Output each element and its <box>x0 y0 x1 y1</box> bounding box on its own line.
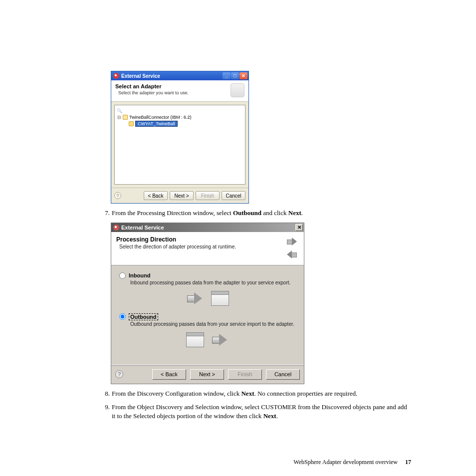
step-number: 7. <box>100 209 112 218</box>
tree-parent-row[interactable]: ⊟ TwineBallConnector (IBM : 6.2) <box>117 114 243 120</box>
cancel-button[interactable]: Cancel <box>266 369 300 380</box>
tree-selected-label: CWYAT_TwineBall <box>135 121 178 127</box>
footer-section: WebSphere Adapter development overview <box>293 459 398 466</box>
wizard-footer: ? < Back Next > Finish Cancel <box>111 365 304 384</box>
minimize-button[interactable]: _ <box>223 72 231 79</box>
help-button[interactable]: ? <box>114 192 121 199</box>
window-icon <box>211 291 229 306</box>
app-icon <box>113 73 119 79</box>
adapter-icon <box>129 121 134 126</box>
step-text: From the Processing Direction window, se… <box>112 209 411 218</box>
inbound-radio-row[interactable]: Inbound <box>119 272 296 279</box>
arrow-icon <box>285 236 299 247</box>
titlebar[interactable]: External Service ✕ <box>111 223 304 232</box>
wizard-subtitle: Select the direction of adapter processi… <box>119 244 236 249</box>
connector-icon <box>123 115 128 120</box>
step-text: From the Discovery Configuration window,… <box>112 389 411 398</box>
tree-parent-label: TwineBallConnector (IBM : 6.2) <box>129 115 192 120</box>
adapter-tree[interactable]: 🔍 ⊟ TwineBallConnector (IBM : 6.2) CWYAT… <box>114 105 245 185</box>
help-button[interactable]: ? <box>115 370 123 378</box>
wizard-footer: ? < Back Next > Finish Cancel <box>111 188 248 203</box>
wizard-icon <box>231 83 244 97</box>
page-footer: WebSphere Adapter development overview 1… <box>293 459 411 466</box>
page-number: 17 <box>405 459 411 466</box>
finish-button: Finish <box>228 369 262 380</box>
wizard-subtitle: Select the adapter you want to use. <box>118 90 231 95</box>
outbound-illustration <box>119 332 296 348</box>
window-title: External Service <box>121 225 164 231</box>
cancel-button[interactable]: Cancel <box>222 191 245 200</box>
arrow-icon <box>285 249 299 260</box>
arrow-icon <box>186 290 204 306</box>
header-icons <box>285 236 299 260</box>
processing-direction-dialog: External Service ✕ Processing Direction … <box>111 223 304 384</box>
next-button[interactable]: Next > <box>170 191 194 200</box>
wizard-title: Select an Adapter <box>115 83 231 89</box>
outbound-option: Outbound Outbound processing passes data… <box>119 313 296 348</box>
wizard-header: Processing Direction Select the directio… <box>111 232 304 265</box>
next-button[interactable]: Next > <box>190 369 224 380</box>
arrow-icon <box>211 332 229 348</box>
wizard-title: Processing Direction <box>116 236 236 243</box>
step-number: 8. <box>100 389 112 398</box>
tree-child-row[interactable]: CWYAT_TwineBall <box>117 120 243 127</box>
inbound-desc: Inbound processing passes data from the … <box>130 280 296 285</box>
inbound-radio[interactable] <box>119 272 126 279</box>
outbound-desc: Outbound processing passes data from you… <box>130 321 296 327</box>
back-button[interactable]: < Back <box>144 191 168 200</box>
step-8: 8. From the Discovery Configuration wind… <box>100 389 411 398</box>
close-button[interactable]: ✕ <box>295 224 303 231</box>
close-button[interactable]: ✕ <box>239 72 247 79</box>
wizard-header: Select an Adapter Select the adapter you… <box>111 80 248 102</box>
back-button[interactable]: < Back <box>152 369 186 380</box>
inbound-option: Inbound Inbound processing passes data f… <box>119 272 296 306</box>
tree-toolbar-row: 🔍 <box>117 107 243 114</box>
maximize-button[interactable]: □ <box>231 72 239 79</box>
select-adapter-dialog: External Service _ □ ✕ Select an Adapter… <box>111 71 249 204</box>
app-icon <box>113 225 119 231</box>
step-number: 9. <box>100 403 112 420</box>
outbound-label: Outbound <box>129 313 158 320</box>
titlebar[interactable]: External Service _ □ ✕ <box>111 71 248 80</box>
outbound-radio[interactable] <box>119 313 126 320</box>
finish-button: Finish <box>196 191 220 200</box>
outbound-radio-row[interactable]: Outbound <box>119 313 296 320</box>
inbound-illustration <box>119 290 296 306</box>
step-9: 9. From the Object Discovery and Selecti… <box>100 403 411 420</box>
step-text: From the Object Discovery and Selection … <box>112 403 411 420</box>
window-icon <box>186 332 204 347</box>
step-7: 7. From the Processing Direction window,… <box>100 209 411 218</box>
inbound-label: Inbound <box>129 272 150 278</box>
window-title: External Service <box>121 73 160 79</box>
